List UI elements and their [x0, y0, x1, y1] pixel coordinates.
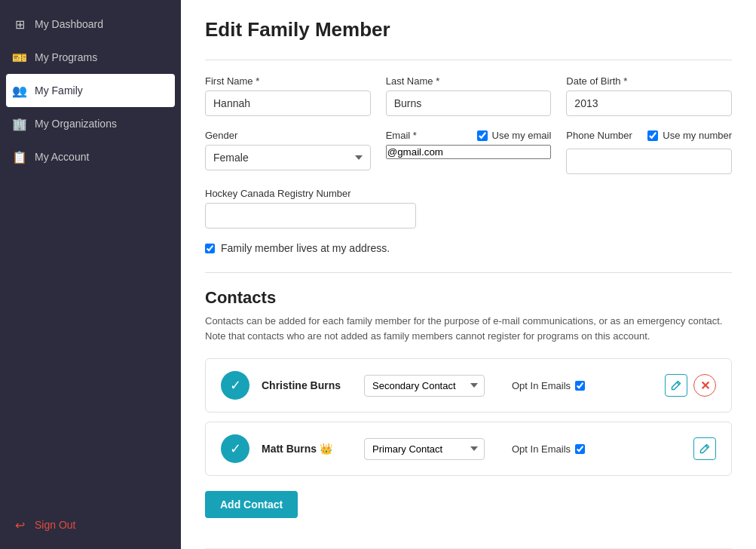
main-content: Edit Family Member First Name * Last Nam… [181, 0, 756, 549]
form-row-contact: Gender Female Male Non-binary Prefer not… [205, 130, 732, 174]
opt-in-0: Opt In Emails [512, 380, 585, 391]
address-checkbox[interactable] [205, 244, 215, 253]
edit-contact-0-button[interactable] [665, 374, 687, 397]
sidebar: ⊞ My Dashboard 🎫 My Programs 👥 My Family… [0, 0, 181, 549]
sidebar-label-organizations: My Organizations [35, 118, 117, 130]
last-name-label: Last Name * [386, 75, 552, 87]
first-name-group: First Name * [205, 75, 371, 116]
contact-actions-1 [693, 437, 716, 460]
sidebar-label-family: My Family [35, 84, 83, 97]
contact-type-1-select[interactable]: Secondary ContactPrimary ContactEmergenc… [364, 438, 485, 460]
use-my-email-label: Use my email [477, 130, 552, 141]
dashboard-icon: ⊞ [12, 17, 27, 32]
edit-contact-1-button[interactable] [693, 437, 716, 460]
dob-input[interactable] [566, 90, 732, 116]
family-icon: 👥 [12, 83, 27, 98]
page-title: Edit Family Member [205, 18, 732, 41]
first-name-label: First Name * [205, 75, 371, 87]
registry-group: Hockey Canada Registry Number [205, 188, 732, 228]
form-row-name: First Name * Last Name * Date of Birth * [205, 75, 732, 116]
gender-label: Gender [205, 130, 371, 141]
gender-select[interactable]: Female Male Non-binary Prefer not to say [205, 145, 371, 170]
contact-avatar-0: ✓ [221, 371, 249, 400]
use-my-number-label: Use my number [647, 130, 732, 141]
last-name-input[interactable] [386, 90, 552, 116]
signout-icon: ↩ [12, 517, 27, 532]
contact-card-0: ✓ Christine Burns Secondary ContactPrima… [205, 358, 732, 413]
remove-contact-0-button[interactable]: ✕ [693, 374, 716, 397]
organizations-icon: 🏢 [12, 116, 27, 131]
contact-name-1: Matt Burns 👑 [262, 443, 352, 455]
phone-label: Phone Number [566, 130, 632, 141]
contacts-title: Contacts [205, 288, 732, 308]
sidebar-item-dashboard[interactable]: ⊞ My Dashboard [0, 8, 181, 41]
sidebar-label-account: My Account [35, 151, 89, 163]
dob-group: Date of Birth * [566, 75, 732, 116]
sidebar-item-organizations[interactable]: 🏢 My Organizations [0, 107, 181, 140]
opt-in-1-checkbox[interactable] [575, 444, 585, 454]
programs-icon: 🎫 [12, 50, 27, 65]
use-my-email-checkbox[interactable] [477, 130, 488, 141]
contact-card-1: ✓ Matt Burns 👑 Secondary ContactPrimary … [205, 422, 732, 476]
contacts-description: Contacts can be added for each family me… [205, 314, 732, 343]
contact-name-0: Christine Burns [262, 379, 352, 391]
contact-actions-0: ✕ [665, 374, 716, 397]
sidebar-item-account[interactable]: 📋 My Account [0, 140, 181, 173]
first-name-input[interactable] [205, 90, 371, 116]
email-input[interactable] [386, 145, 552, 159]
dob-label: Date of Birth * [566, 75, 732, 87]
sidebar-label-signout: Sign Out [35, 519, 75, 531]
opt-in-1: Opt In Emails [512, 443, 585, 455]
registry-label: Hockey Canada Registry Number [205, 188, 732, 199]
email-label: Email * [386, 130, 417, 141]
phone-group: Phone Number Use my number [566, 130, 732, 174]
use-my-number-checkbox[interactable] [647, 130, 658, 141]
gender-group: Gender Female Male Non-binary Prefer not… [205, 130, 371, 174]
address-check: Family member lives at my address. [205, 242, 732, 254]
opt-in-0-checkbox[interactable] [575, 381, 585, 391]
contacts-list: ✓ Christine Burns Secondary ContactPrima… [205, 358, 732, 476]
sidebar-label-programs: My Programs [35, 51, 97, 63]
contact-avatar-1: ✓ [221, 434, 249, 463]
address-check-label: Family member lives at my address. [221, 242, 390, 254]
contact-type-0-select[interactable]: Secondary ContactPrimary ContactEmergenc… [364, 375, 485, 397]
add-contact-button[interactable]: Add Contact [205, 491, 298, 518]
registry-input[interactable] [205, 203, 416, 228]
phone-input[interactable] [566, 149, 732, 174]
email-group: Email * Use my email [386, 130, 552, 174]
sidebar-item-family[interactable]: 👥 My Family [6, 74, 175, 107]
sidebar-label-dashboard: My Dashboard [35, 18, 103, 30]
sidebar-item-programs[interactable]: 🎫 My Programs [0, 41, 181, 74]
last-name-group: Last Name * [386, 75, 552, 116]
account-icon: 📋 [12, 149, 27, 164]
sidebar-item-signout[interactable]: ↩ Sign Out [0, 508, 181, 541]
